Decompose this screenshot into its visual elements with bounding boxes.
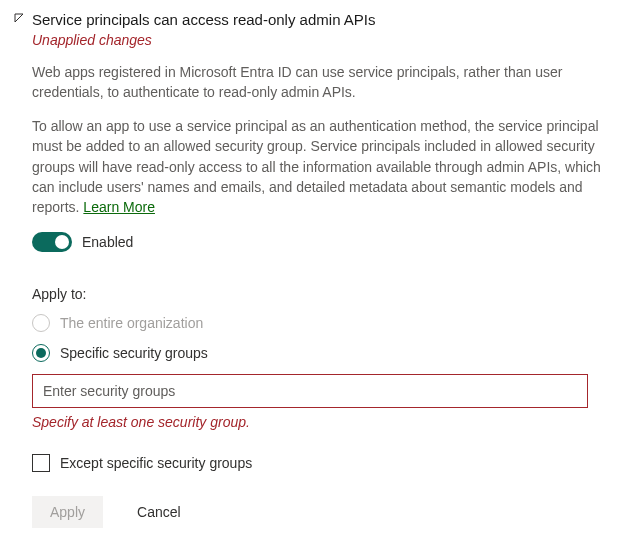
radio-label-specific-groups: Specific security groups [60, 345, 208, 361]
unapplied-changes-label: Unapplied changes [32, 32, 607, 48]
radio-specific-security-groups[interactable]: Specific security groups [32, 344, 607, 362]
setting-description: Web apps registered in Microsoft Entra I… [32, 62, 607, 218]
action-buttons: Apply Cancel [32, 496, 607, 528]
apply-to-radio-group: The entire organization Specific securit… [32, 314, 607, 362]
radio-label-entire-org: The entire organization [60, 315, 203, 331]
enabled-toggle-row: Enabled [32, 232, 607, 252]
enabled-toggle-label: Enabled [82, 234, 133, 250]
security-groups-input[interactable] [32, 374, 588, 408]
security-groups-input-wrap [32, 374, 607, 408]
except-checkbox-row[interactable]: Except specific security groups [32, 454, 607, 472]
radio-circle-icon [32, 344, 50, 362]
radio-circle-icon [32, 314, 50, 332]
radio-dot-icon [36, 348, 46, 358]
radio-entire-organization: The entire organization [32, 314, 607, 332]
toggle-knob [55, 235, 69, 249]
apply-to-heading: Apply to: [32, 286, 607, 302]
apply-button[interactable]: Apply [32, 496, 103, 528]
security-groups-error: Specify at least one security group. [32, 414, 607, 430]
cancel-button[interactable]: Cancel [133, 496, 185, 528]
collapse-triangle-icon[interactable] [12, 13, 26, 23]
except-checkbox-label: Except specific security groups [60, 455, 252, 471]
setting-title: Service principals can access read-only … [32, 10, 607, 30]
enabled-toggle[interactable] [32, 232, 72, 252]
learn-more-link[interactable]: Learn More [83, 199, 155, 215]
setting-header: Service principals can access read-only … [12, 10, 607, 48]
except-checkbox[interactable] [32, 454, 50, 472]
description-paragraph-1: Web apps registered in Microsoft Entra I… [32, 62, 607, 103]
description-paragraph-2: To allow an app to use a service princip… [32, 116, 607, 217]
